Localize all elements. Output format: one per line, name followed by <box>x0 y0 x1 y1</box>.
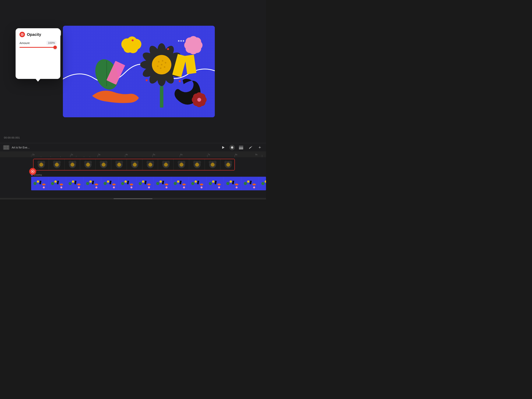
svg-point-55 <box>146 79 148 81</box>
popup-arrow <box>36 79 40 82</box>
opacity-amount-value: 100% <box>46 41 57 45</box>
app-container: Opacity Amount 100% 00:00:00.001 <box>0 0 266 200</box>
svg-point-59 <box>180 40 182 42</box>
svg-rect-71 <box>239 148 243 149</box>
svg-text:6s: 6s <box>180 153 183 156</box>
opacity-amount-label: Amount <box>19 41 30 45</box>
scrollbar-thumb[interactable] <box>114 198 152 199</box>
drawing-track: Drawing <box>31 177 266 190</box>
canvas-frame <box>63 26 215 117</box>
svg-text:3s: 3s <box>98 153 101 156</box>
project-name: Art is for Eve... <box>12 146 30 149</box>
svg-text:4s: 4s <box>125 153 128 156</box>
svg-rect-70 <box>239 147 243 148</box>
record-button[interactable] <box>229 145 235 150</box>
svg-point-58 <box>178 40 180 42</box>
drawing-track-inner[interactable] <box>31 177 266 190</box>
svg-point-60 <box>183 40 184 42</box>
svg-point-11 <box>123 44 133 53</box>
svg-point-68 <box>231 146 233 149</box>
opacity-slider-thumb[interactable] <box>53 45 57 49</box>
svg-text:7s: 7s <box>208 153 210 156</box>
opacity-title: Opacity <box>27 32 41 37</box>
svg-rect-111 <box>31 177 266 190</box>
svg-text:5s: 5s <box>153 153 155 156</box>
svg-text:9s: 9s <box>255 153 258 156</box>
svg-point-54 <box>197 98 201 102</box>
svg-point-62 <box>22 34 23 35</box>
opacity-card: Opacity Amount 100% <box>16 28 60 79</box>
opacity-header: Opacity <box>19 32 57 37</box>
timeline-panel: Art is for Eve... <box>0 143 266 200</box>
svg-point-44 <box>190 41 197 49</box>
timestamp: 00:00:00.001 <box>4 136 20 139</box>
opacity-slider-track[interactable] <box>19 47 57 48</box>
video-track <box>31 159 266 170</box>
preview-area: Opacity Amount 100% 00:00:00.001 <box>0 0 266 143</box>
video-track-inner[interactable] <box>33 159 235 170</box>
svg-point-104 <box>32 171 33 172</box>
svg-rect-64 <box>6 146 9 147</box>
add-button[interactable]: + <box>257 144 263 151</box>
svg-rect-63 <box>4 146 6 147</box>
opacity-icon <box>19 32 25 37</box>
svg-point-12 <box>132 39 133 41</box>
svg-marker-67 <box>222 146 225 149</box>
svg-text:-2s: -2s <box>32 153 35 156</box>
opacity-row: Amount 100% <box>19 41 57 45</box>
timeline-header-left: Art is for Eve... <box>3 145 30 150</box>
opacity-slider-fill <box>19 47 57 48</box>
svg-text:2s: 2s <box>71 153 73 156</box>
svg-point-56 <box>179 80 181 82</box>
timeline-tracks: Drawing <box>0 157 266 198</box>
svg-point-27 <box>158 61 159 63</box>
draw-button[interactable] <box>247 144 253 151</box>
timeline-controls: + <box>220 144 263 151</box>
svg-rect-69 <box>239 146 243 147</box>
svg-point-33 <box>161 64 162 65</box>
svg-rect-102 <box>33 159 234 170</box>
timeline-scrollbar[interactable] <box>0 198 266 200</box>
timeline-header: Art is for Eve... <box>0 143 266 152</box>
timeline-ruler: -2s 2s 3s 4s 5s 6s 7s <box>0 152 266 157</box>
svg-rect-65 <box>4 148 6 149</box>
svg-point-30 <box>164 66 165 68</box>
svg-point-32 <box>157 65 158 67</box>
project-thumbnail[interactable] <box>3 145 9 150</box>
svg-point-31 <box>160 67 161 69</box>
timeline-opacity-button[interactable] <box>29 168 36 175</box>
svg-point-28 <box>162 60 163 62</box>
svg-point-57 <box>167 48 169 50</box>
layers-button[interactable] <box>238 144 244 151</box>
svg-rect-66 <box>6 148 9 149</box>
svg-text:8s: 8s <box>235 153 237 156</box>
svg-rect-13 <box>160 86 163 108</box>
svg-point-29 <box>165 62 166 64</box>
play-button[interactable] <box>220 144 226 151</box>
